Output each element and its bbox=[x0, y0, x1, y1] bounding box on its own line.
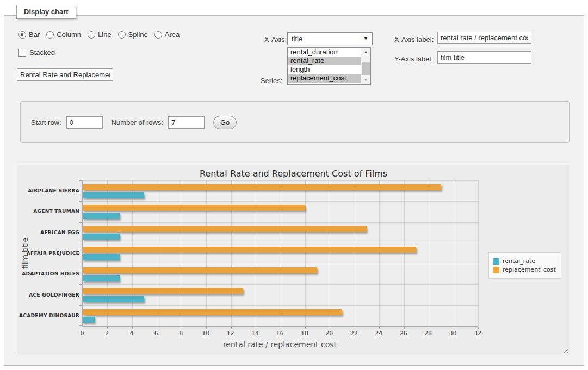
x-tick-label: 8 bbox=[179, 330, 183, 337]
x-axis-label-field-label: X-Axis label: bbox=[394, 35, 434, 43]
gridline bbox=[182, 180, 182, 326]
bar-replacement_cost[interactable] bbox=[83, 288, 243, 294]
chart-type-radio-spline[interactable]: Spline bbox=[118, 30, 148, 39]
x-axis-select[interactable]: title ▼ bbox=[287, 32, 373, 45]
radio-icon bbox=[118, 31, 126, 39]
gridline bbox=[454, 180, 454, 326]
bar-rental_rate[interactable] bbox=[83, 296, 144, 302]
series-options: rental_durationrental_ratelengthreplacem… bbox=[288, 48, 361, 84]
radio-icon bbox=[154, 31, 162, 39]
bar-replacement_cost[interactable] bbox=[83, 267, 317, 273]
legend-label: replacement_cost bbox=[503, 266, 556, 273]
bar-rental_rate[interactable] bbox=[83, 192, 144, 198]
chart-title: Rental Rate and Replacement Cost of Film… bbox=[17, 168, 570, 179]
chart-title-input[interactable] bbox=[17, 68, 113, 81]
y-axis-label-input[interactable] bbox=[437, 51, 531, 64]
start-row-label: Start row: bbox=[31, 118, 61, 127]
gridline bbox=[429, 180, 429, 326]
gridline bbox=[478, 180, 479, 326]
bar-rental_rate[interactable] bbox=[83, 234, 120, 240]
go-button[interactable]: Go bbox=[213, 116, 237, 129]
bar-rental_rate[interactable] bbox=[83, 275, 120, 281]
bar-rental_rate[interactable] bbox=[83, 213, 120, 219]
bar-replacement_cost[interactable] bbox=[83, 309, 342, 315]
chart-type-radio-line[interactable]: Line bbox=[88, 30, 112, 39]
tick-mark bbox=[182, 327, 182, 329]
scroll-thumb[interactable] bbox=[362, 62, 370, 75]
x-axis-label: X-Axis: bbox=[264, 35, 287, 43]
stacked-checkbox[interactable] bbox=[18, 49, 26, 57]
gridline bbox=[404, 180, 405, 326]
stacked-label: Stacked bbox=[29, 48, 55, 57]
chart-type-label: Area bbox=[165, 30, 180, 39]
x-tick-label: 16 bbox=[276, 330, 284, 337]
gridline bbox=[132, 180, 133, 326]
gridline bbox=[256, 180, 256, 326]
radio-icon bbox=[46, 31, 54, 39]
x-tick-label: 6 bbox=[154, 330, 158, 337]
gridline bbox=[83, 222, 478, 223]
x-tick-label: 22 bbox=[350, 330, 358, 337]
x-tick-label: 24 bbox=[375, 330, 382, 337]
x-axis-selected-value: title bbox=[292, 35, 302, 43]
gridline bbox=[83, 243, 478, 243]
chart-type-radio-bar[interactable]: Bar bbox=[18, 30, 40, 39]
x-tick-label: 18 bbox=[301, 330, 308, 337]
plot-area: AIRPLANE SIERRAAGENT TRUMANAFRICAN EGGAF… bbox=[82, 180, 478, 327]
x-axis-label-input[interactable] bbox=[437, 32, 531, 44]
number-of-rows-label: Number of rows: bbox=[112, 118, 163, 127]
legend-swatch-icon bbox=[493, 267, 499, 273]
chart-type-label: Bar bbox=[29, 30, 40, 39]
tick-mark bbox=[404, 327, 405, 329]
series-option-rental_rate[interactable]: rental_rate bbox=[288, 57, 361, 65]
gridline bbox=[83, 180, 478, 181]
scroll-up-icon[interactable]: ▲ bbox=[361, 48, 370, 56]
tick-mark bbox=[157, 327, 157, 329]
chart-x-axis-title: rental rate / replacement cost bbox=[82, 340, 478, 349]
series-label: Series: bbox=[261, 77, 282, 85]
chart-type-radio-column[interactable]: Column bbox=[46, 30, 81, 39]
series-scrollbar[interactable]: ▲ ▼ bbox=[361, 48, 370, 84]
series-option-length[interactable]: length bbox=[288, 65, 361, 74]
x-tick-label: 4 bbox=[129, 330, 133, 337]
chart-legend[interactable]: rental_ratereplacement_cost bbox=[488, 252, 561, 279]
category-label: ACADEMY DINOSAUR bbox=[20, 305, 79, 326]
bar-rental_rate[interactable] bbox=[83, 254, 120, 260]
stacked-row: Stacked bbox=[18, 48, 55, 57]
tick-mark bbox=[355, 327, 355, 329]
tick-mark bbox=[231, 327, 232, 329]
tick-mark bbox=[454, 327, 454, 329]
bar-replacement_cost[interactable] bbox=[83, 226, 367, 232]
category-label: ACE GOLDFINGER bbox=[20, 284, 79, 305]
tick-mark bbox=[256, 327, 256, 329]
chart-type-radio-area[interactable]: Area bbox=[154, 30, 180, 39]
legend-item-replacement_cost[interactable]: replacement_cost bbox=[493, 266, 556, 273]
x-tick-label: 28 bbox=[424, 330, 432, 337]
scroll-down-icon[interactable]: ▼ bbox=[361, 76, 370, 84]
category-label: AFRICAN EGG bbox=[20, 222, 79, 243]
series-option-replacement_cost[interactable]: replacement_cost bbox=[288, 74, 361, 83]
start-row-input[interactable] bbox=[66, 116, 103, 129]
series-listbox[interactable]: rental_durationrental_ratelengthreplacem… bbox=[287, 47, 371, 85]
gridline bbox=[330, 180, 330, 326]
chart-type-group: BarColumnLineSplineArea bbox=[18, 30, 186, 39]
bar-replacement_cost[interactable] bbox=[83, 247, 416, 253]
gridline bbox=[107, 180, 108, 326]
legend-label: rental_rate bbox=[503, 258, 535, 265]
bar-replacement_cost[interactable] bbox=[83, 205, 305, 211]
legend-item-rental_rate[interactable]: rental_rate bbox=[493, 258, 556, 265]
radio-icon bbox=[18, 31, 26, 39]
chart-type-label: Line bbox=[98, 30, 112, 39]
gridline bbox=[305, 180, 306, 326]
number-of-rows-input[interactable] bbox=[168, 116, 205, 129]
category-label: AGENT TRUMAN bbox=[20, 201, 79, 222]
gridline bbox=[206, 180, 207, 326]
y-axis-label-field-label: Y-Axis label: bbox=[394, 55, 433, 63]
chart-type-label: Spline bbox=[128, 30, 148, 39]
legend-swatch-icon bbox=[493, 258, 499, 265]
series-option-rental_duration[interactable]: rental_duration bbox=[288, 48, 361, 57]
bar-replacement_cost[interactable] bbox=[83, 184, 441, 190]
bar-rental_rate[interactable] bbox=[83, 317, 95, 323]
resize-handle-icon[interactable] bbox=[562, 346, 568, 353]
page: Display chart BarColumnLineSplineArea St… bbox=[0, 0, 588, 370]
